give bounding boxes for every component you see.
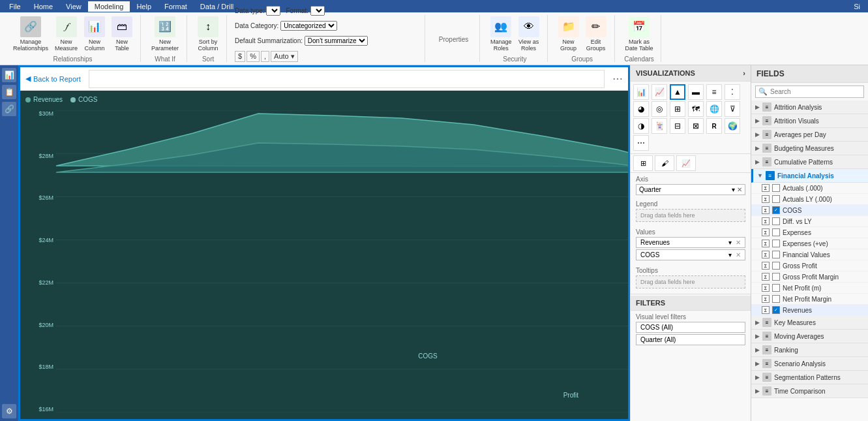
viz-prop-fields-icon[interactable]: ⊞ <box>633 155 653 171</box>
btn-manage-relationships[interactable]: 🔗 ManageRelationships <box>10 15 51 53</box>
format-select[interactable] <box>310 6 325 16</box>
btn-new-table[interactable]: 🗃 NewTable <box>109 15 135 53</box>
back-button[interactable]: ◀ Back to Report <box>25 74 81 83</box>
viz-prop-analytics-icon[interactable]: 📈 <box>676 155 696 171</box>
axis-select[interactable]: Quarter ▾ ✕ <box>636 184 745 195</box>
btn-view-as-roles[interactable]: 👁 View asRoles <box>516 15 542 53</box>
field-item-diff-vs-ly[interactable]: Σ Diff. vs LY <box>751 216 868 227</box>
field-item-net-profit-margin[interactable]: Σ Net Profit Margin <box>751 294 868 305</box>
viz-icon-scatter[interactable]: ⁚ <box>725 84 740 100</box>
field-group-time-comparison[interactable]: ▶ ≡ Time Comparison <box>751 384 868 398</box>
field-item-revenues[interactable]: Σ ✓ Revenues <box>751 305 868 316</box>
values-revenues-remove-icon[interactable]: ✕ <box>736 239 741 246</box>
values-cogs-remove-icon[interactable]: ✕ <box>736 251 741 258</box>
btn-manage-roles[interactable]: 👥 ManageRoles <box>488 15 515 53</box>
viz-icon-donut[interactable]: ◎ <box>651 101 667 117</box>
field-item-actuals[interactable]: Σ Actuals (.000) <box>751 183 868 194</box>
viz-icon-pie[interactable]: ◕ <box>633 101 649 117</box>
field-item-gross-profit[interactable]: Σ Gross Profit <box>751 260 868 272</box>
field-item-net-profit-m-check <box>772 284 780 292</box>
search-input[interactable] <box>770 88 861 95</box>
ribbon: File Home View Modeling Help Format Data… <box>0 0 868 65</box>
expand-icon[interactable]: ⋯ <box>612 72 623 85</box>
viz-icon-treemap[interactable]: ⊞ <box>670 101 685 117</box>
viz-icon-r[interactable]: R <box>706 118 722 134</box>
comma-btn[interactable]: , <box>261 51 269 62</box>
btn-new-measure[interactable]: 𝑓 NewMeasure <box>52 15 80 53</box>
field-group-attrition-analysis[interactable]: ▶ ≡ Attrition Analysis <box>751 101 868 114</box>
auto-select[interactable]: Auto ▾ <box>271 51 298 62</box>
field-item-expenses-posve[interactable]: Σ Expenses (+ve) <box>751 238 868 249</box>
viz-icon-stacked-bar[interactable]: ▬ <box>688 84 704 100</box>
viz-axis-section: Axis Quarter ▾ ✕ <box>631 173 751 198</box>
icon-bar-report[interactable]: 📊 <box>2 68 16 82</box>
tab-bar[interactable] <box>89 70 605 88</box>
icon-bar-data[interactable]: 📋 <box>2 85 16 99</box>
viz-icon-custom[interactable]: 🌍 <box>725 118 740 134</box>
field-item-expenses[interactable]: Σ Expenses <box>751 227 868 238</box>
field-item-gross-profit-margin[interactable]: Σ Gross Profit Margin <box>751 272 868 283</box>
viz-icon-bar[interactable]: 📊 <box>633 84 649 100</box>
field-group-attrition-analysis-label: Attrition Analysis <box>774 104 822 111</box>
btn-mark-date-table[interactable]: 📅 Mark asDate Table <box>623 15 656 53</box>
icon-bar-bottom[interactable]: ⚙ <box>2 404 16 418</box>
tab-home[interactable]: Home <box>27 1 59 12</box>
field-group-cumulative-patterns[interactable]: ▶ ≡ Cumulative Patterns <box>751 155 868 169</box>
data-type-select[interactable] <box>266 6 280 16</box>
tab-modeling[interactable]: Modeling <box>88 1 130 12</box>
viz-icon-more[interactable]: ⋯ <box>633 135 649 151</box>
back-arrow-icon: ◀ <box>25 74 31 83</box>
field-group-segmentation-patterns[interactable]: ▶ ≡ Segmentation Patterns <box>751 371 868 384</box>
data-category-select[interactable]: Uncategorized <box>280 21 337 31</box>
viz-icon-100bar[interactable]: ≡ <box>706 84 722 100</box>
values-field-cogs[interactable]: COGS ▾ ✕ <box>636 249 745 260</box>
btn-new-parameter[interactable]: 🔢 NewParameter <box>149 15 181 53</box>
tab-help[interactable]: Help <box>130 1 158 12</box>
field-item-financial-values[interactable]: Σ Financial Values <box>751 249 868 260</box>
filter-item-cogs[interactable]: COGS (All) <box>636 322 745 333</box>
btn-new-column[interactable]: 📊 NewColumn <box>82 15 108 53</box>
viz-icon-table[interactable]: ⊟ <box>670 118 685 134</box>
viz-icon-funnel[interactable]: ⊽ <box>725 101 740 117</box>
filter-item-quarter[interactable]: Quarter (All) <box>636 334 745 345</box>
btn-new-group[interactable]: 📁 NewGroup <box>556 15 582 53</box>
tab-data-drill[interactable]: Data / Drill <box>194 1 240 12</box>
field-group-averages-per-day[interactable]: ▶ ≡ Averages per Day <box>751 128 868 142</box>
field-group-scenario-analysis[interactable]: ▶ ≡ Scenario Analysis <box>751 357 868 371</box>
viz-icon-line[interactable]: 📈 <box>651 84 667 100</box>
field-item-actuals-ly[interactable]: Σ Actuals LY (.000) <box>751 194 868 205</box>
tab-view[interactable]: View <box>59 1 88 12</box>
viz-icon-matrix[interactable]: ⊠ <box>688 118 704 134</box>
viz-prop-format-icon[interactable]: 🖌 <box>655 155 674 171</box>
field-group-moving-averages[interactable]: ▶ ≡ Moving Averages <box>751 330 868 343</box>
values-field-revenues[interactable]: Revenues ▾ ✕ <box>636 237 745 248</box>
ribbon-tabs: File Home View Modeling Help Format Data… <box>0 0 868 12</box>
field-group-ranking[interactable]: ▶ ≡ Ranking <box>751 343 868 357</box>
viz-icon-card[interactable]: 🃏 <box>651 118 667 134</box>
default-sum-select[interactable]: Don't summarize <box>305 36 368 46</box>
visualizations-expand-icon[interactable]: › <box>743 69 745 77</box>
field-item-expenses-icon: Σ <box>762 228 770 236</box>
field-group-attrition-visuals-icon: ≡ <box>762 116 771 125</box>
viz-icon-area[interactable]: ▲ <box>670 84 685 100</box>
field-item-net-profit-m[interactable]: Σ Net Profit (m) <box>751 283 868 294</box>
tab-file[interactable]: File <box>3 1 27 12</box>
percent-btn[interactable]: % <box>247 51 260 62</box>
field-item-cogs[interactable]: Σ ✓ COGS <box>751 205 868 216</box>
btn-sort-by-column[interactable]: ↕ Sort byColumn <box>195 15 221 53</box>
field-group-budgeting-measures[interactable]: ▶ ≡ Budgeting Measures <box>751 142 868 155</box>
btn-edit-groups[interactable]: ✏ EditGroups <box>583 15 609 53</box>
viz-icon-globe[interactable]: 🌐 <box>706 101 722 117</box>
icon-bar-model[interactable]: 🔗 <box>2 102 16 116</box>
tab-format[interactable]: Format <box>158 1 194 12</box>
btn-new-table-label: NewTable <box>115 39 129 52</box>
viz-icon-map[interactable]: 🗺 <box>688 101 704 117</box>
field-group-attrition-visuals[interactable]: ▶ ≡ Attrition Visuals <box>751 114 868 128</box>
field-group-financial-analysis[interactable]: ▼ ≡ Financial Analysis <box>751 169 868 183</box>
axis-clear-icon[interactable]: ✕ <box>737 186 742 193</box>
field-group-key-measures[interactable]: ▶ ≡ Key Measures <box>751 316 868 330</box>
currency-btn[interactable]: $ <box>235 51 245 62</box>
field-group-ranking-label: Ranking <box>774 347 798 354</box>
viz-icon-gauge[interactable]: ◑ <box>633 118 649 134</box>
field-item-financial-values-icon: Σ <box>762 251 770 258</box>
